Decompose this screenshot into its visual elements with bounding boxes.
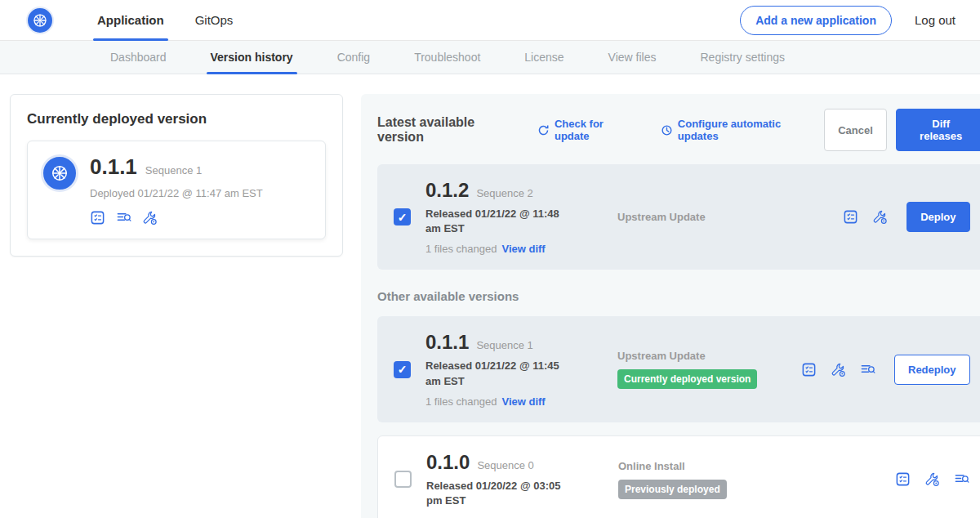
configure-updates-icon (661, 124, 673, 136)
version-source: Online Install Previously deployed (618, 460, 802, 499)
subnav-tab-version-history[interactable]: Version history (189, 41, 315, 74)
version-source: Upstream Update Currently deployed versi… (617, 350, 801, 389)
subnav-tab-label: View files (608, 51, 657, 64)
check-for-update-label: Check for update (555, 118, 641, 142)
version-source-label: Online Install (618, 460, 802, 472)
version-sequence: Sequence 1 (476, 339, 532, 351)
subnav-tab-label: Config (337, 51, 370, 64)
other-available-versions-title: Other available versions (377, 289, 980, 303)
top-navbar: Application GitOps Add a new application… (0, 0, 980, 41)
subnav-tab-view-files[interactable]: View files (586, 41, 679, 74)
subnav-tab-label: Version history (211, 51, 293, 64)
version-checkbox[interactable] (394, 471, 412, 488)
release-notes-icon[interactable] (843, 209, 858, 225)
configure-automatic-updates-label: Configure automatic updates (678, 118, 824, 142)
files-changed-label: 1 files changed (425, 395, 497, 408)
check-for-update-link[interactable]: Check for update (537, 118, 641, 142)
currently-deployed-badge: Currently deployed version (617, 369, 757, 389)
redeploy-button[interactable]: Redeploy (894, 355, 970, 385)
subnav-tab-dashboard[interactable]: Dashboard (88, 41, 189, 74)
release-notes-icon[interactable] (801, 362, 817, 377)
deployed-version-sequence: Sequence 1 (145, 164, 202, 176)
deploy-logs-icon[interactable] (954, 471, 969, 487)
deploy-logs-icon[interactable] (860, 362, 875, 377)
view-diff-link[interactable]: View diff (501, 395, 545, 408)
version-actions (895, 471, 969, 487)
config-edit-icon[interactable] (924, 471, 940, 487)
tab-application-label: Application (97, 13, 164, 27)
currently-deployed-card: Currently deployed version 0.1.1 Sequenc… (10, 94, 343, 257)
deployed-version-card: 0.1.1 Sequence 1 Deployed 01/21/22 @ 11:… (27, 141, 326, 239)
subnav-tab-label: Troubleshoot (414, 51, 480, 64)
version-info: 0.1.0 Sequence 0 Released 01/20/22 @ 03:… (426, 451, 618, 508)
version-history-panel: Latest available version Check for updat… (361, 94, 980, 518)
header-actions: Cancel Diff releases (824, 109, 980, 151)
version-row-0-1-2: ✓ 0.1.2 Sequence 2 Released 01/21/22 @ 1… (377, 164, 980, 270)
navbar-tabs: Application GitOps (82, 0, 248, 40)
version-number: 0.1.1 (425, 331, 469, 354)
version-row-0-1-0: 0.1.0 Sequence 0 Released 01/20/22 @ 03:… (377, 435, 980, 518)
check-for-update-icon (537, 124, 550, 136)
latest-version-title: Latest available version (377, 115, 524, 145)
subnav-tab-label: Registry settings (700, 51, 784, 64)
version-actions: Redeploy (801, 355, 970, 385)
released-timestamp: Released 01/21/22 @ 11:48 am EST (425, 207, 574, 236)
currently-deployed-title: Currently deployed version (27, 111, 326, 127)
released-timestamp: Released 01/21/22 @ 11:45 am EST (425, 359, 574, 388)
released-timestamp: Released 01/20/22 @ 03:05 pm EST (426, 479, 575, 508)
version-actions: Deploy (843, 202, 969, 232)
app-logo-kubernetes-icon (41, 154, 78, 192)
version-checkbox[interactable]: ✓ (394, 361, 411, 378)
version-info: 0.1.2 Sequence 2 Released 01/21/22 @ 11:… (425, 179, 617, 255)
checkbox-check-icon: ✓ (398, 211, 408, 224)
tab-gitops[interactable]: GitOps (180, 0, 249, 40)
navbar-right: Add a new application Log out (740, 0, 956, 40)
deployed-version-info: 0.1.1 Sequence 1 Deployed 01/21/22 @ 11:… (90, 154, 263, 226)
subnav-tab-license[interactable]: License (502, 41, 586, 74)
version-info: 0.1.1 Sequence 1 Released 01/21/22 @ 11:… (425, 331, 617, 407)
deploy-button[interactable]: Deploy (906, 202, 969, 232)
subnav-tab-registry-settings[interactable]: Registry settings (678, 41, 806, 74)
checkbox-check-icon: ✓ (398, 363, 408, 376)
version-source: Upstream Update (617, 211, 801, 223)
previously-deployed-badge: Previously deployed (618, 480, 727, 499)
version-sequence: Sequence 0 (477, 459, 533, 471)
latest-version-header: Latest available version Check for updat… (377, 109, 980, 151)
cancel-button[interactable]: Cancel (824, 109, 887, 151)
diff-releases-button[interactable]: Diff releases (896, 109, 980, 151)
tab-gitops-label: GitOps (195, 13, 234, 27)
config-edit-icon[interactable] (872, 209, 888, 225)
version-checkbox[interactable]: ✓ (394, 208, 411, 226)
release-notes-icon[interactable] (90, 210, 105, 226)
kubernetes-logo[interactable] (26, 7, 54, 34)
subnav-tab-troubleshoot[interactable]: Troubleshoot (392, 41, 502, 74)
subnav-tab-config[interactable]: Config (315, 41, 392, 74)
app-subnav: Dashboard Version history Config Trouble… (0, 41, 980, 74)
deployed-version-actions (90, 210, 263, 226)
deploy-logs-icon[interactable] (116, 210, 131, 226)
files-changed-label: 1 files changed (425, 243, 497, 255)
version-number: 0.1.2 (425, 179, 469, 202)
tab-application[interactable]: Application (82, 0, 180, 40)
deployed-version-number: 0.1.1 (90, 154, 137, 180)
logout-link[interactable]: Log out (915, 13, 956, 27)
version-source-label: Upstream Update (617, 211, 801, 223)
version-number: 0.1.0 (426, 451, 470, 474)
deployed-timestamp: Deployed 01/21/22 @ 11:47 am EST (90, 187, 263, 199)
main-content: Currently deployed version 0.1.1 Sequenc… (0, 74, 980, 518)
version-row-0-1-1: ✓ 0.1.1 Sequence 1 Released 01/21/22 @ 1… (377, 316, 980, 422)
add-new-application-button[interactable]: Add a new application (740, 6, 892, 35)
config-edit-icon[interactable] (831, 362, 846, 377)
version-sequence: Sequence 2 (476, 187, 532, 199)
subnav-tab-label: License (524, 51, 564, 64)
version-source-label: Upstream Update (617, 350, 801, 362)
view-diff-link[interactable]: View diff (501, 243, 545, 255)
configure-automatic-updates-link[interactable]: Configure automatic updates (661, 118, 824, 142)
subnav-tab-label: Dashboard (110, 51, 167, 64)
release-notes-icon[interactable] (895, 471, 911, 487)
brand (26, 0, 54, 40)
config-edit-icon[interactable] (142, 210, 158, 226)
